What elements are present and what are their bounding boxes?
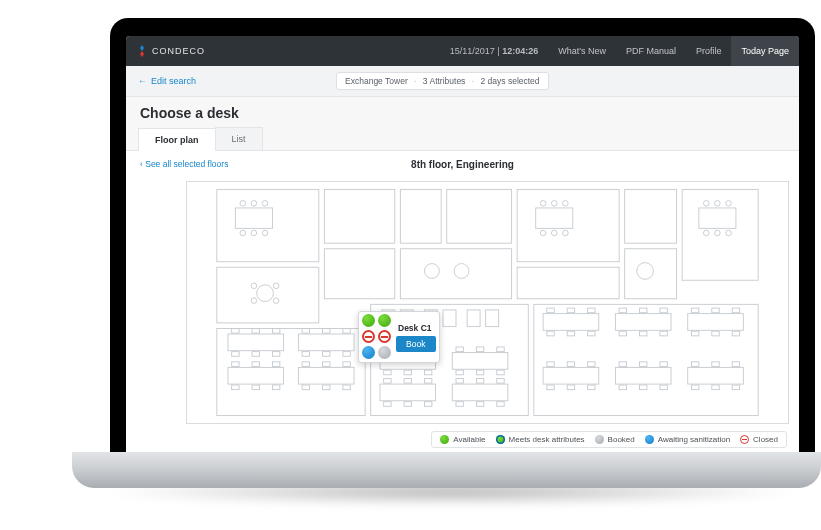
see-all-floors-link[interactable]: ‹ See all selected floors — [140, 159, 228, 169]
app-header: CONDECO 15/11/2017 | 12:04:26 What's New… — [126, 36, 799, 66]
svg-rect-15 — [228, 334, 284, 351]
svg-rect-62 — [476, 370, 483, 375]
legend-available: Available — [440, 435, 485, 444]
status-dot-awaiting-icon[interactable] — [362, 346, 375, 359]
svg-rect-60 — [497, 347, 504, 352]
svg-point-114 — [240, 201, 246, 207]
svg-point-118 — [251, 230, 257, 236]
nav-profile[interactable]: Profile — [686, 46, 732, 56]
status-dot-available-icon[interactable] — [378, 314, 391, 327]
svg-rect-99 — [615, 367, 671, 384]
svg-rect-97 — [567, 385, 574, 390]
svg-rect-40 — [302, 385, 309, 390]
crumb-building: Exchange Tower — [345, 76, 408, 86]
svg-rect-108 — [712, 362, 719, 367]
header-date: 15/11/2017 — [450, 46, 495, 56]
breadcrumb[interactable]: Exchange Tower · 3 Attributes · 2 days s… — [336, 72, 549, 90]
svg-point-141 — [637, 263, 654, 280]
crumb-attributes: 3 Attributes — [423, 76, 466, 86]
floor-plan[interactable] — [186, 181, 789, 424]
svg-rect-90 — [712, 331, 719, 336]
legend-available-icon — [440, 435, 449, 444]
svg-rect-70 — [497, 402, 504, 407]
legend-booked: Booked — [595, 435, 635, 444]
svg-rect-37 — [302, 362, 309, 367]
svg-rect-36 — [298, 367, 354, 384]
svg-point-140 — [454, 264, 469, 279]
svg-rect-89 — [691, 331, 698, 336]
svg-rect-52 — [404, 379, 411, 384]
svg-rect-71 — [543, 314, 599, 331]
nav-whats-new[interactable]: What's New — [548, 46, 616, 56]
svg-rect-34 — [323, 352, 330, 357]
svg-point-134 — [257, 285, 274, 302]
svg-rect-68 — [456, 402, 463, 407]
svg-point-121 — [540, 201, 546, 207]
svg-rect-48 — [404, 370, 411, 375]
svg-rect-63 — [497, 370, 504, 375]
svg-rect-31 — [323, 328, 330, 333]
see-all-floors-label: See all selected floors — [145, 159, 228, 169]
svg-rect-56 — [424, 402, 431, 407]
svg-point-138 — [273, 298, 279, 304]
svg-point-116 — [262, 201, 268, 207]
svg-rect-64 — [452, 384, 508, 401]
svg-rect-26 — [232, 385, 239, 390]
svg-rect-23 — [232, 362, 239, 367]
edit-search-label: Edit search — [151, 76, 196, 86]
svg-point-130 — [726, 201, 732, 207]
svg-point-125 — [551, 230, 557, 236]
svg-point-139 — [424, 264, 439, 279]
svg-rect-41 — [323, 385, 330, 390]
svg-rect-72 — [547, 308, 554, 313]
tab-floor-plan[interactable]: Floor plan — [138, 128, 216, 151]
status-dot-closed-icon[interactable] — [362, 330, 375, 343]
svg-rect-76 — [567, 331, 574, 336]
desk-popover: Desk C1 Book — [358, 311, 440, 363]
svg-rect-93 — [547, 362, 554, 367]
legend-meets: Meets desk attributes — [496, 435, 585, 444]
svg-rect-3 — [447, 189, 512, 243]
svg-rect-74 — [588, 308, 595, 313]
svg-rect-95 — [588, 362, 595, 367]
svg-rect-57 — [452, 353, 508, 370]
desk-label: Desk C1 — [396, 323, 436, 333]
svg-point-136 — [273, 283, 279, 289]
svg-rect-17 — [252, 328, 259, 333]
content-area: ‹ See all selected floors 8th floor, Eng… — [126, 151, 799, 452]
status-dot-available-icon[interactable] — [362, 314, 375, 327]
svg-rect-53 — [424, 379, 431, 384]
crumb-days: 2 days selected — [481, 76, 540, 86]
book-button[interactable]: Book — [396, 336, 436, 352]
legend-awaiting-icon — [645, 435, 654, 444]
svg-rect-120 — [536, 208, 573, 228]
svg-rect-82 — [619, 331, 626, 336]
svg-rect-75 — [547, 331, 554, 336]
svg-point-128 — [703, 201, 709, 207]
svg-rect-94 — [567, 362, 574, 367]
tab-list[interactable]: List — [215, 127, 263, 150]
status-dot-booked-icon[interactable] — [378, 346, 391, 359]
svg-rect-61 — [456, 370, 463, 375]
svg-point-135 — [251, 283, 257, 289]
svg-rect-83 — [640, 331, 647, 336]
edit-search-link[interactable]: ← Edit search — [138, 76, 196, 86]
svg-rect-29 — [298, 334, 354, 351]
svg-rect-102 — [660, 362, 667, 367]
svg-rect-107 — [691, 362, 698, 367]
brand[interactable]: CONDECO — [126, 45, 215, 57]
nav-pdf-manual[interactable]: PDF Manual — [616, 46, 686, 56]
svg-rect-10 — [517, 267, 619, 299]
screen-bezel: CONDECO 15/11/2017 | 12:04:26 What's New… — [110, 18, 815, 452]
view-tabs: Floor plan List — [126, 127, 799, 151]
nav-today-page[interactable]: Today Page — [731, 36, 799, 66]
svg-point-137 — [251, 298, 257, 304]
svg-rect-28 — [272, 385, 279, 390]
svg-rect-32 — [343, 328, 350, 333]
svg-point-117 — [240, 230, 246, 236]
svg-rect-21 — [272, 352, 279, 357]
svg-point-123 — [563, 201, 569, 207]
svg-rect-14 — [534, 304, 758, 415]
status-dot-closed-icon[interactable] — [378, 330, 391, 343]
svg-rect-58 — [456, 347, 463, 352]
